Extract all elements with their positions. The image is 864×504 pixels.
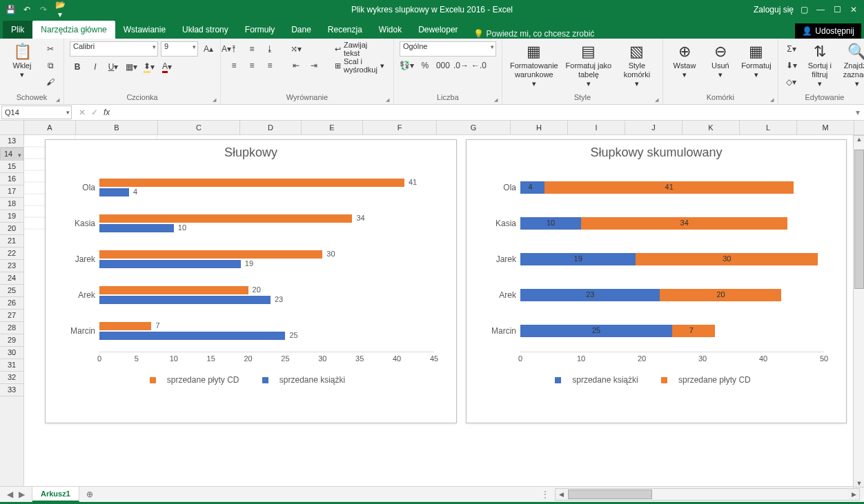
row-header[interactable]: 17 [0,185,23,198]
font-color-button[interactable]: A▾ [159,59,175,74]
align-center-icon[interactable]: ≡ [244,58,259,73]
row-header[interactable]: 26 [0,297,23,310]
font-name-select[interactable]: Calibri [70,41,158,57]
format-painter-icon[interactable]: 🖌 [43,74,58,90]
maximize-icon[interactable]: ☐ [831,5,843,14]
decrease-decimal-icon[interactable]: ←.0 [471,58,487,73]
sort-filter-button[interactable]: ⇅Sortuj i filtruj▾ [803,41,836,88]
copy-icon[interactable]: ⧉ [43,58,58,73]
sheet-nav-next-icon[interactable]: ▶ [19,490,25,499]
row-header[interactable]: 15 [0,161,23,173]
row-header[interactable]: 19 [0,210,23,223]
col-header[interactable]: E [302,121,363,134]
col-header[interactable]: K [683,121,740,134]
sheet-nav-prev-icon[interactable]: ◀ [7,490,13,499]
number-format-select[interactable]: Ogólne [400,41,496,57]
row-header[interactable]: 14 [0,148,23,161]
align-left-icon[interactable]: ≡ [226,58,242,73]
col-header[interactable]: B [76,121,158,134]
cut-icon[interactable]: ✂ [43,41,58,57]
row-header[interactable]: 16 [0,173,23,185]
align-right-icon[interactable]: ≡ [262,58,277,73]
align-middle-icon[interactable]: ≡ [244,41,259,57]
row-header[interactable]: 20 [0,223,23,235]
vertical-scrollbar[interactable]: ▲ ▼ [853,135,864,486]
increase-font-icon[interactable]: A▴ [201,41,216,57]
col-header[interactable]: C [158,121,240,134]
col-header[interactable]: H [511,121,568,134]
chart-grouped-bar[interactable]: Słupkowy Ola414Kasia3410Jarek3019Arek202… [45,139,457,423]
select-all-corner[interactable] [0,121,24,134]
underline-button[interactable]: U▾ [106,59,121,74]
tab-data[interactable]: Dane [283,21,320,39]
add-sheet-button[interactable]: ⊕ [79,487,100,502]
orientation-icon[interactable]: ⤭▾ [288,41,304,57]
share-button[interactable]: 👤 Udostępnij [795,23,861,39]
row-header[interactable]: 28 [0,322,23,334]
tab-layout[interactable]: Układ strony [174,21,237,39]
undo-icon[interactable]: ↶ [21,5,33,14]
increase-indent-icon[interactable]: ⇥ [306,58,322,73]
align-bottom-icon[interactable]: ⭳ [262,41,277,57]
clear-icon[interactable]: ◇▾ [784,74,799,90]
col-header[interactable]: D [240,121,302,134]
paste-button[interactable]: 📋 Wklej▾ [6,41,39,79]
decrease-indent-icon[interactable]: ⇤ [288,58,304,73]
row-header[interactable]: 29 [0,334,23,347]
currency-icon[interactable]: 💱▾ [400,58,415,73]
sheet-tab-active[interactable]: Arkusz1 [32,487,79,502]
close-icon[interactable]: ✕ [847,5,860,14]
bold-button[interactable]: B [70,59,85,74]
wrap-text-button[interactable]: ↩ Zawijaj tekst [331,41,388,57]
italic-button[interactable]: I [88,59,103,74]
tab-review[interactable]: Recenzja [320,21,371,39]
col-header[interactable]: A [24,121,76,134]
row-header[interactable]: 27 [0,310,23,322]
autosum-icon[interactable]: Σ▾ [784,41,799,57]
align-top-icon[interactable]: ⭱ [226,41,242,57]
row-header[interactable]: 30 [0,347,23,359]
chart-stacked-bar[interactable]: Słupkowy skumulowany Ola441Kasia1034Jare… [466,139,847,423]
row-header[interactable]: 21 [0,235,23,248]
delete-cells-button[interactable]: ⊖Usuń▾ [705,41,736,79]
row-header[interactable]: 25 [0,285,23,297]
col-header[interactable]: F [363,121,437,134]
col-header[interactable]: J [625,121,683,134]
row-header[interactable]: 32 [0,372,23,384]
tell-me[interactable]: 💡 Powiedz mi, co chcesz zrobić [473,29,595,39]
find-select-button[interactable]: 🔍Znajdź i zaznacz▾ [841,41,864,88]
spreadsheet-grid[interactable]: Słupkowy Ola414Kasia3410Jarek3019Arek202… [24,135,864,486]
row-header[interactable]: 18 [0,198,23,210]
name-box[interactable]: Q14 [1,105,72,119]
comma-icon[interactable]: 000 [435,58,451,73]
open-icon[interactable]: 📂▾ [54,0,66,19]
cancel-formula-icon[interactable]: ✕ [79,108,86,117]
increase-decimal-icon[interactable]: .0→ [453,58,469,73]
row-header[interactable]: 23 [0,260,23,272]
save-icon[interactable]: 💾 [4,5,17,14]
row-header[interactable]: 24 [0,272,23,285]
row-header[interactable]: 33 [0,384,23,396]
format-cells-button[interactable]: ▦Formatuj▾ [740,41,772,79]
format-table-button[interactable]: ▤Formatuj jako tabelę▾ [564,41,613,88]
row-header[interactable]: 13 [0,135,23,148]
col-header[interactable]: M [797,121,854,134]
tab-developer[interactable]: Deweloper [410,21,466,39]
signin-link[interactable]: Zaloguj się [754,5,794,14]
percent-icon[interactable]: % [418,58,433,73]
row-header[interactable]: 31 [0,359,23,372]
horizontal-scrollbar[interactable]: ◀ ▶ [555,488,860,501]
tab-home[interactable]: Narzędzia główne [32,21,115,39]
conditional-formatting-button[interactable]: ▦Formatowanie warunkowe▾ [508,41,560,88]
tab-insert[interactable]: Wstawianie [115,21,174,39]
minimize-icon[interactable]: — [814,5,827,14]
cell-styles-button[interactable]: ▧Style komórki▾ [617,41,657,88]
tab-view[interactable]: Widok [371,21,410,39]
col-header[interactable]: G [437,121,511,134]
insert-cells-button[interactable]: ⊕Wstaw▾ [669,41,700,79]
confirm-formula-icon[interactable]: ✓ [91,108,98,117]
col-header[interactable]: I [568,121,625,134]
tab-file[interactable]: Plik [3,21,32,39]
tab-formulas[interactable]: Formuły [237,21,283,39]
ribbon-options-icon[interactable]: ▢ [798,5,810,14]
